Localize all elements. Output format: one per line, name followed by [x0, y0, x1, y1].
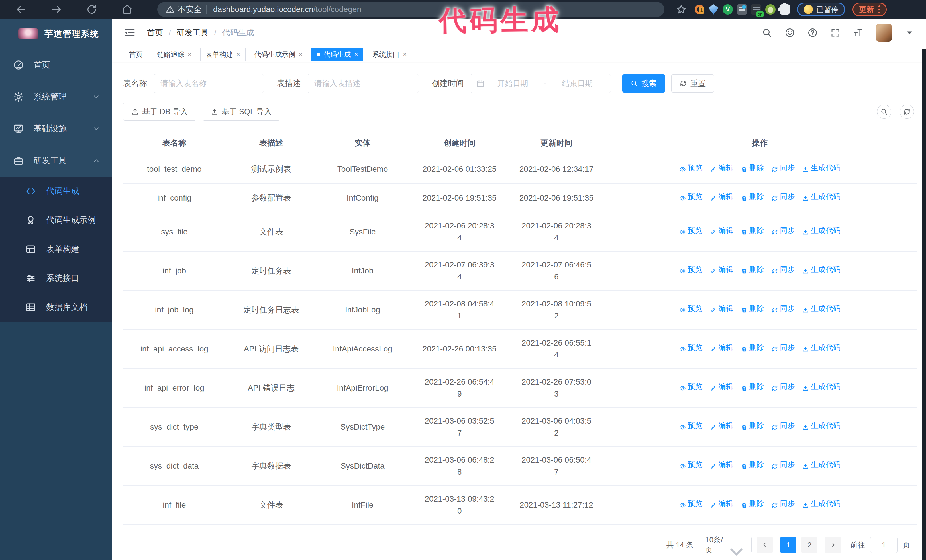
- fullscreen-icon[interactable]: [830, 28, 841, 38]
- row-action-trash[interactable]: 删除: [741, 498, 764, 509]
- extension-orange-icon[interactable]: 1: [694, 5, 704, 14]
- row-action-edit[interactable]: 编辑: [710, 162, 733, 174]
- user-avatar[interactable]: [876, 24, 892, 42]
- kebab-menu-icon[interactable]: [878, 5, 880, 14]
- row-action-eye[interactable]: 预览: [679, 420, 703, 431]
- sidebar-item[interactable]: 基础设施: [0, 113, 112, 145]
- import-db-button[interactable]: 基于 DB 导入: [123, 103, 196, 121]
- paused-button[interactable]: 已暂停: [797, 3, 845, 16]
- row-action-edit[interactable]: 编辑: [710, 303, 733, 314]
- row-action-sync[interactable]: 同步: [772, 420, 795, 431]
- forward-icon[interactable]: [51, 4, 62, 15]
- row-action-download[interactable]: 生成代码: [802, 420, 841, 431]
- refresh-table-button[interactable]: [900, 104, 914, 119]
- goto-page-input[interactable]: [870, 537, 897, 553]
- tab-item[interactable]: 链路追踪×: [151, 48, 197, 61]
- github-icon[interactable]: [785, 28, 795, 38]
- sidebar-item[interactable]: 首页: [0, 49, 112, 81]
- row-action-sync[interactable]: 同步: [772, 381, 795, 392]
- row-action-edit[interactable]: 编辑: [710, 191, 733, 202]
- date-range-picker[interactable]: 开始日期 - 结束日期: [471, 74, 611, 93]
- row-action-sync[interactable]: 同步: [772, 225, 795, 236]
- hamburger-icon[interactable]: [124, 27, 136, 39]
- close-icon[interactable]: ×: [236, 51, 240, 58]
- sidebar-item[interactable]: 系统管理: [0, 81, 112, 113]
- font-size-icon[interactable]: [853, 28, 863, 38]
- close-icon[interactable]: ×: [188, 51, 191, 58]
- close-icon[interactable]: ×: [299, 51, 303, 58]
- help-icon[interactable]: [808, 28, 818, 38]
- row-action-eye[interactable]: 预览: [679, 162, 703, 174]
- breadcrumb-item[interactable]: 首页: [147, 27, 163, 38]
- search-icon[interactable]: [762, 28, 772, 38]
- row-action-eye[interactable]: 预览: [679, 264, 703, 275]
- table-desc-input[interactable]: [308, 74, 419, 93]
- row-action-edit[interactable]: 编辑: [710, 342, 733, 353]
- row-action-trash[interactable]: 删除: [741, 191, 764, 202]
- breadcrumb-item[interactable]: 研发工具: [177, 27, 209, 38]
- row-action-trash[interactable]: 删除: [741, 264, 764, 275]
- tab-item[interactable]: 系统接口×: [367, 48, 412, 61]
- row-action-sync[interactable]: 同步: [772, 459, 795, 470]
- reload-icon[interactable]: [86, 4, 97, 15]
- row-action-download[interactable]: 生成代码: [802, 381, 841, 392]
- sidebar-subitem[interactable]: 代码生成示例: [0, 206, 112, 235]
- row-action-trash[interactable]: 删除: [741, 381, 764, 392]
- bookmark-star-icon[interactable]: [676, 4, 687, 15]
- row-action-eye[interactable]: 预览: [679, 225, 703, 236]
- page-number-button[interactable]: 1: [781, 537, 796, 553]
- extension-v-icon[interactable]: V: [723, 4, 733, 15]
- row-action-trash[interactable]: 删除: [741, 225, 764, 236]
- row-action-sync[interactable]: 同步: [772, 264, 795, 275]
- row-action-download[interactable]: 生成代码: [802, 303, 841, 314]
- extension-gem-icon[interactable]: [708, 4, 719, 15]
- row-action-edit[interactable]: 编辑: [710, 459, 733, 470]
- row-action-download[interactable]: 生成代码: [802, 459, 841, 470]
- sidebar-subitem[interactable]: 表单构建: [0, 235, 112, 264]
- extension-dark-icon[interactable]: on: [751, 4, 761, 15]
- row-action-trash[interactable]: 删除: [741, 303, 764, 314]
- home-icon[interactable]: [121, 4, 133, 15]
- extensions-puzzle-icon[interactable]: [779, 4, 790, 15]
- row-action-sync[interactable]: 同步: [772, 191, 795, 202]
- row-action-edit[interactable]: 编辑: [710, 498, 733, 509]
- sidebar-subitem[interactable]: 系统接口: [0, 264, 112, 293]
- sidebar-item[interactable]: 研发工具: [0, 145, 112, 177]
- extension-monkey-icon[interactable]: [765, 4, 776, 15]
- row-action-download[interactable]: 生成代码: [802, 162, 841, 174]
- extension-sliders-icon[interactable]: [737, 4, 747, 15]
- app-logo[interactable]: 芋道管理系统: [0, 19, 112, 49]
- row-action-edit[interactable]: 编辑: [710, 420, 733, 431]
- close-icon[interactable]: ×: [403, 51, 407, 58]
- row-action-sync[interactable]: 同步: [772, 498, 795, 509]
- row-action-edit[interactable]: 编辑: [710, 381, 733, 392]
- next-page-button[interactable]: [825, 537, 841, 553]
- tab-active[interactable]: 代码生成×: [312, 48, 363, 61]
- tab-item[interactable]: 代码生成示例×: [249, 48, 308, 61]
- tab-item[interactable]: 表单构建×: [200, 48, 246, 61]
- row-action-eye[interactable]: 预览: [679, 342, 703, 353]
- toggle-search-button[interactable]: [877, 104, 891, 119]
- sidebar-subitem[interactable]: 代码生成: [0, 177, 112, 206]
- row-action-sync[interactable]: 同步: [772, 162, 795, 174]
- back-icon[interactable]: [15, 4, 27, 15]
- prev-page-button[interactable]: [757, 537, 773, 553]
- tab-item[interactable]: 首页: [124, 48, 148, 61]
- row-action-download[interactable]: 生成代码: [802, 342, 841, 353]
- row-action-eye[interactable]: 预览: [679, 459, 703, 470]
- table-name-input[interactable]: [154, 74, 264, 93]
- caret-down-icon[interactable]: [904, 28, 915, 38]
- row-action-download[interactable]: 生成代码: [802, 225, 841, 236]
- row-action-trash[interactable]: 删除: [741, 162, 764, 174]
- row-action-sync[interactable]: 同步: [772, 303, 795, 314]
- row-action-eye[interactable]: 预览: [679, 303, 703, 314]
- row-action-download[interactable]: 生成代码: [802, 191, 841, 202]
- sidebar-subitem[interactable]: 数据库文档: [0, 293, 112, 322]
- address-bar[interactable]: 不安全 dashboard.yudao.iocoder.cn/tool/code…: [157, 2, 664, 17]
- scrollbar[interactable]: [922, 49, 926, 560]
- row-action-eye[interactable]: 预览: [679, 498, 703, 509]
- row-action-trash[interactable]: 删除: [741, 420, 764, 431]
- row-action-edit[interactable]: 编辑: [710, 225, 733, 236]
- row-action-trash[interactable]: 删除: [741, 459, 764, 470]
- row-action-download[interactable]: 生成代码: [802, 264, 841, 275]
